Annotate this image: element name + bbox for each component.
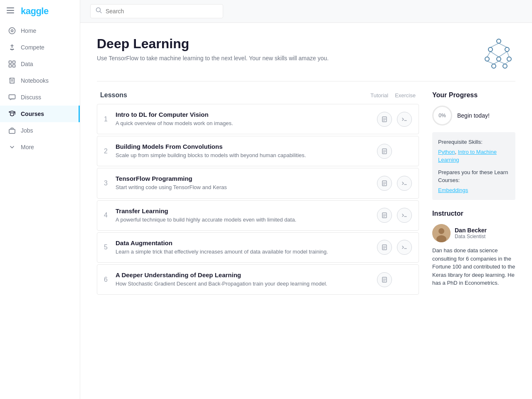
exercise-col-label: Exercise [395,92,416,99]
instructor-bio: Dan has done data science consulting for… [432,246,515,287]
svg-point-3 [9,28,15,34]
sidebar-item-label-compete: Compete [21,44,44,51]
lesson-row[interactable]: 1 Intro to DL for Computer Vision A quic… [97,104,419,134]
instructor-row: Dan Becker Data Scientist [432,224,515,242]
lesson-row[interactable]: 3 TensorFlow Programming Start writing c… [97,168,419,198]
svg-point-16 [497,57,501,61]
lesson-name: Data Augmentation [116,239,377,246]
sidebar-item-label-notebooks: Notebooks [21,77,49,84]
svg-rect-8 [13,65,15,67]
course-subtitle: Use TensorFlow to take machine learning … [97,55,329,62]
svg-line-23 [490,52,499,57]
lesson-name: Intro to DL for Computer Vision [116,111,377,118]
sidebar-item-more[interactable]: More [0,139,80,155]
lesson-list: 1 Intro to DL for Computer Vision A quic… [97,104,419,295]
data-icon [8,60,16,68]
sidebar-item-courses[interactable]: Courses [0,106,80,122]
exercise-button[interactable] [397,240,412,255]
lesson-desc: How Stochastic Gradient Descent and Back… [116,280,377,288]
svg-line-21 [499,43,507,47]
sidebar-item-jobs[interactable]: Jobs [0,122,80,139]
sidebar-item-home[interactable]: Home [0,22,80,39]
progress-row: 0% Begin today! [432,106,515,126]
exercise-button[interactable] [397,208,412,223]
no-exercise-placeholder [397,144,412,159]
lesson-row[interactable]: 5 Data Augmentation Learn a simple trick… [97,232,419,263]
topbar [80,0,532,23]
svg-line-24 [499,52,507,57]
tutorial-button[interactable] [377,144,392,159]
progress-section: Your Progress 0% Begin today! Prerequisi… [432,91,515,200]
svg-point-18 [492,64,496,68]
sidebar-item-label-discuss: Discuss [21,94,41,101]
jobs-icon [8,127,16,134]
lesson-desc: A powerful technique to build highly acc… [116,216,377,224]
lessons-header: Lessons Tutorial Exercise [97,91,419,99]
exercise-button[interactable] [397,112,412,127]
sidebar-item-label-courses: Courses [21,111,44,117]
course-header: Deep Learning Use TensorFlow to take mac… [97,36,515,81]
course-info: Deep Learning Use TensorFlow to take mac… [97,36,329,62]
svg-point-13 [488,47,493,52]
tutorial-col-label: Tutorial [370,92,388,99]
python-link[interactable]: Python [438,149,455,155]
search-container[interactable] [90,4,223,18]
sidebar-item-compete[interactable]: Compete [0,39,80,56]
lesson-desc: A quick overview of how models work on i… [116,120,377,127]
lesson-number: 4 [104,212,116,219]
sidebar-item-label-more: More [21,144,34,150]
tutorial-button[interactable] [377,176,392,191]
sidebar-item-label-data: Data [21,61,33,67]
tutorial-button[interactable] [377,112,392,127]
embeddings-link[interactable]: Embeddings [438,187,468,193]
lesson-row[interactable]: 4 Transfer Learning A powerful technique… [97,200,419,231]
lesson-actions [377,144,412,159]
lesson-desc: Scale up from simple building blocks to … [116,152,377,159]
svg-point-59 [438,228,444,234]
svg-rect-7 [9,65,12,67]
lesson-info: Transfer Learning A powerful technique t… [116,207,377,224]
right-panel: Your Progress 0% Begin today! Prerequisi… [432,91,515,296]
instructor-avatar [432,224,451,242]
lesson-number: 2 [104,148,116,155]
lesson-info: TensorFlow Programming Start writing cod… [116,175,377,191]
lesson-info: A Deeper Understanding of Deep Learning … [116,271,377,288]
svg-point-12 [497,39,501,43]
svg-point-4 [11,30,13,32]
lesson-number: 3 [104,180,116,187]
sidebar-item-label-jobs: Jobs [21,127,33,134]
lesson-row[interactable]: 6 A Deeper Understanding of Deep Learnin… [97,264,419,295]
svg-line-27 [494,61,499,64]
lessons-col-headers: Tutorial Exercise [370,92,416,99]
sidebar-item-data[interactable]: Data [0,56,80,72]
lessons-section: Lessons Tutorial Exercise 1 Intro to DL … [97,91,419,296]
lesson-number: 1 [104,116,116,123]
tutorial-button[interactable] [377,208,392,223]
svg-line-26 [487,61,494,64]
hamburger-icon[interactable] [7,7,14,16]
tutorial-button[interactable] [377,240,392,255]
content-area: Deep Learning Use TensorFlow to take mac… [80,23,532,399]
tutorial-button[interactable] [377,272,392,287]
logo-container[interactable]: kaggle [0,0,80,22]
svg-line-29 [505,61,509,64]
progress-heading: Your Progress [432,91,515,99]
lesson-name: Building Models From Convolutions [116,143,377,150]
lesson-info: Building Models From Convolutions Scale … [116,143,377,159]
logo-text: kaggle [21,6,49,17]
main-area: Deep Learning Use TensorFlow to take mac… [80,0,532,399]
sidebar-item-discuss[interactable]: Discuss [0,89,80,106]
exercise-button[interactable] [397,176,412,191]
sidebar: kaggle Home Compete [0,0,80,399]
lesson-desc: Start writing code using TensorFlow and … [116,184,377,191]
svg-rect-1 [7,10,14,11]
discuss-icon [8,94,16,101]
search-input[interactable] [106,8,218,15]
lesson-row[interactable]: 2 Building Models From Convolutions Scal… [97,136,419,166]
svg-rect-5 [9,61,12,64]
lesson-desc: Learn a simple trick that effectively in… [116,248,377,256]
lesson-actions [377,208,412,223]
sidebar-item-notebooks[interactable]: Notebooks [0,72,80,89]
svg-point-11 [96,8,101,12]
main-layout: Lessons Tutorial Exercise 1 Intro to DL … [97,91,515,296]
